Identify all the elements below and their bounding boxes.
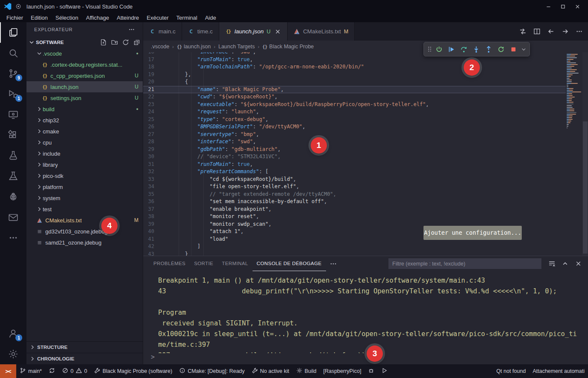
code-line[interactable]: 38 "monitor reset", (143, 213, 566, 221)
tree-item-CMakeListstxt[interactable]: CMakeLists.txtM (26, 215, 143, 226)
step-out-icon[interactable] (482, 43, 495, 55)
close-tab-icon[interactable] (274, 28, 281, 35)
statusbar-cmake-build[interactable]: Build (293, 364, 320, 378)
panel-tab-terminal[interactable]: TERMINAL (218, 256, 252, 271)
menu-item-slection[interactable]: Sélection (52, 15, 82, 21)
editor-scrollbar[interactable] (582, 52, 588, 256)
code-line[interactable]: 21 "name": "Black Magic Probe", (143, 86, 566, 94)
statusbar-cmake-status[interactable]: CMake: [Debug]: Ready (176, 364, 248, 378)
code-line[interactable]: 18 "armToolchainPath": "/opt/gcc-arm-non… (143, 63, 566, 71)
new-file-icon[interactable] (100, 39, 107, 46)
menu-item-edition[interactable]: Edition (27, 15, 52, 21)
sidebar-more-actions-icon[interactable] (128, 26, 135, 33)
drag-handle-icon[interactable] (426, 43, 433, 55)
maximize-button[interactable] (556, 0, 570, 13)
tree-item-library[interactable]: library (26, 159, 143, 170)
panel-tab-sortie[interactable]: SORTIE (190, 256, 218, 271)
tree-item-system[interactable]: system (26, 192, 143, 204)
menu-item-atteindre[interactable]: Atteindre (113, 15, 143, 21)
statusbar-cmake-debug[interactable] (365, 364, 378, 378)
tree-item-chip32[interactable]: chip32 (26, 115, 143, 126)
statusbar-auto-attach[interactable]: Attachement automati (529, 364, 588, 378)
maximize-panel-icon[interactable] (562, 260, 569, 267)
statusbar-problems[interactable]: 00 (59, 364, 91, 378)
refresh-icon[interactable] (122, 39, 129, 46)
code-line[interactable]: 43 } (143, 251, 566, 256)
code-line[interactable]: 35 // "target extended-remote /dev/ttyAC… (143, 191, 566, 198)
code-line[interactable]: 20 { (143, 78, 566, 86)
panel-more-icon[interactable] (329, 260, 337, 268)
code-line[interactable]: 32 "preRestartCommands": [ (143, 168, 566, 176)
tab-launch.json[interactable]: {}launch.jsonU (219, 22, 288, 41)
scrollbar-thumb[interactable] (583, 121, 588, 254)
activity-extensions[interactable] (0, 125, 26, 145)
step-into-icon[interactable] (470, 43, 482, 55)
code-line[interactable]: 24 "request": "launch", (143, 108, 566, 116)
step-over-icon[interactable] (458, 43, 470, 55)
activity-search[interactable] (0, 43, 26, 63)
activity-explorer[interactable] (0, 22, 26, 43)
tree-item-launchjson[interactable]: {}launch.jsonU (26, 81, 143, 92)
tree-item-test[interactable]: test (26, 204, 143, 215)
code-line[interactable]: 29 "gdbPath": "gdb-multiarch", (143, 146, 566, 154)
statusbar-sync[interactable] (45, 364, 59, 378)
activity-test-explorer[interactable] (0, 145, 26, 166)
console-filter-input[interactable] (388, 258, 541, 269)
split-editor-icon[interactable] (533, 28, 541, 35)
close-panel-icon[interactable] (575, 260, 582, 267)
statusbar-cmake-kit[interactable]: No active kit (248, 364, 293, 378)
menu-item-affichage[interactable]: Affichage (82, 15, 113, 21)
panel-tab-console-de-d-bogage[interactable]: CONSOLE DE DÉBOGAGE (253, 256, 326, 271)
tree-item-settingsjson[interactable]: {}settings.jsonU (26, 92, 143, 103)
tree-item-build[interactable]: build● (26, 103, 143, 115)
code-line[interactable]: 37 "enable breakpoint", (143, 206, 566, 213)
stop-icon[interactable] (507, 43, 520, 55)
collapse-all-icon[interactable] (133, 39, 140, 46)
tab-main.c[interactable]: Cmain.c (143, 22, 182, 41)
activity-debug-extension[interactable] (0, 186, 26, 207)
menu-item-excuter[interactable]: Exécuter (143, 15, 172, 21)
minimap[interactable] (567, 54, 582, 129)
tree-item-platform[interactable]: platform (26, 181, 143, 192)
breadcrumb-item[interactable]: .vscode (151, 44, 169, 50)
statusbar-qt-status[interactable]: Qt not found (493, 364, 529, 378)
code-line[interactable]: 36 "set mem inaccessible-by-default off"… (143, 198, 566, 206)
tree-item-gd32vf103_ozonejdebug[interactable]: gd32vf103_ozone.jdebug (26, 226, 143, 237)
nav-forward-icon[interactable] (562, 28, 569, 35)
section-header-software[interactable]: SOFTWARE (26, 37, 143, 48)
statusbar-remote[interactable]: >< (0, 364, 16, 378)
statusbar-git-branch[interactable]: main* (16, 364, 45, 378)
panel-tab-probl-mes[interactable]: PROBLÈMES (149, 256, 190, 271)
open-changes-icon[interactable] (519, 28, 526, 35)
code-line[interactable]: 34 "file open-story-teller.elf", (143, 183, 566, 191)
activity-more-views[interactable] (0, 227, 26, 248)
section-structure[interactable]: STRUCTURE (26, 341, 143, 353)
nav-back-icon[interactable] (547, 28, 555, 35)
code-line[interactable]: 33 "cd ${workspaceRoot}/build", (143, 176, 566, 183)
menu-item-aide[interactable]: Aide (201, 15, 220, 21)
statusbar-cmake-target[interactable]: [RaspberryPico] (320, 364, 365, 378)
code-line[interactable]: 27 "servertype": "bmp", (143, 131, 566, 139)
debug-dropdown-chevron-icon[interactable] (520, 43, 527, 55)
activity-accounts[interactable]: 1 (0, 323, 26, 344)
menu-item-terminal[interactable]: Terminal (173, 15, 201, 21)
activity-settings[interactable] (0, 344, 26, 364)
section-chronologie[interactable]: CHRONOLOGIE (26, 353, 143, 364)
tree-item-c_cpp_propertiesjson[interactable]: {}c_cpp_properties.jsonU (26, 70, 143, 81)
more-actions-icon[interactable] (576, 28, 583, 35)
continue-icon[interactable] (445, 43, 458, 55)
tab-time.c[interactable]: Ctime.c (182, 22, 219, 41)
debug-console-prompt[interactable]: > (143, 353, 588, 364)
tree-item-cmake[interactable]: cmake (26, 126, 143, 137)
activity-test-adapter[interactable] (0, 166, 26, 186)
code-line[interactable]: 17 "runToMain": true, (143, 56, 566, 64)
code-line[interactable]: 19 }, (143, 71, 566, 79)
code-line[interactable]: 23 "executable": "${workspaceRoot}/build… (143, 101, 566, 109)
add-configuration-button[interactable]: Ajouter une configuration... (423, 226, 522, 240)
pause-icon[interactable] (433, 43, 445, 55)
code-line[interactable]: 28 "interface": "swd", (143, 138, 566, 146)
breadcrumb-item[interactable]: Launch Targets (218, 44, 255, 50)
tree-item-vscode[interactable]: .vscode● (26, 48, 143, 59)
code-line[interactable]: 30 // "device": "STM32L431VC", (143, 153, 566, 161)
code-line[interactable]: 22 "cwd": "${workspaceRoot}", (143, 93, 566, 101)
